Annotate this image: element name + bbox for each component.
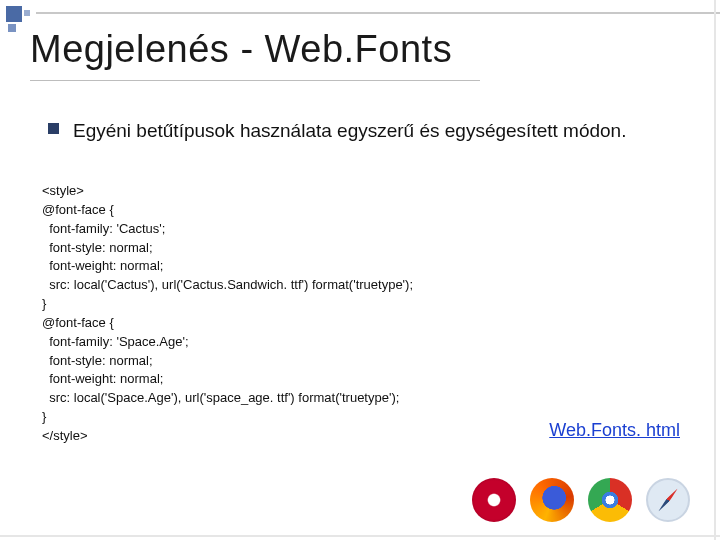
safari-icon (646, 478, 690, 522)
title-underline (30, 80, 480, 81)
opera-icon (472, 478, 516, 522)
bullet-item: Egyéni betűtípusok használata egyszerű é… (48, 118, 690, 144)
code-sample: <style> @font-face { font-family: 'Cactu… (42, 182, 413, 446)
chrome-icon (588, 478, 632, 522)
top-rule (36, 12, 720, 14)
right-rule (714, 0, 716, 540)
bottom-rule (0, 535, 720, 537)
square-bullet-icon (48, 123, 59, 134)
bullet-text: Egyéni betűtípusok használata egyszerű é… (73, 118, 626, 144)
firefox-icon (530, 478, 574, 522)
slide-title: Megjelenés - Web.Fonts (30, 28, 452, 71)
webfonts-link[interactable]: Web.Fonts. html (549, 420, 680, 441)
browser-icon-row (472, 478, 690, 522)
